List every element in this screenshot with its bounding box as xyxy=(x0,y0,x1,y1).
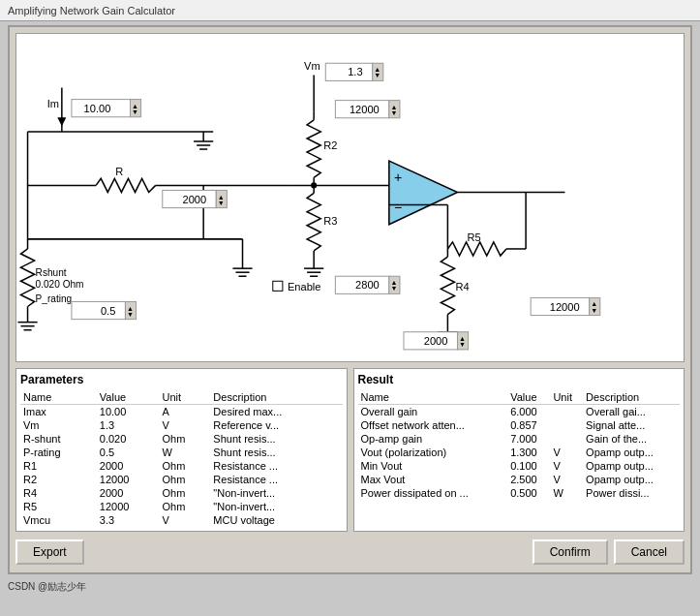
svg-text:1.3: 1.3 xyxy=(348,66,362,77)
svg-text:Enable: Enable xyxy=(288,281,321,293)
window-title: Amplifying Network Gain Calculator xyxy=(8,5,175,16)
parameters-title: Parameters xyxy=(20,373,343,386)
results-table: Name Value Unit Description Overall gain… xyxy=(358,390,681,500)
table-row: Min Vout0.100VOpamp outp... xyxy=(358,459,681,473)
parameters-table: Name Value Unit Description Imax10.00ADe… xyxy=(20,390,343,527)
table-row: Imax10.00ADesired max... xyxy=(20,405,343,419)
svg-text:0.5: 0.5 xyxy=(101,305,115,317)
circuit-area: Im R xyxy=(15,33,685,362)
svg-text:2000: 2000 xyxy=(424,335,448,347)
svg-text:R4: R4 xyxy=(455,281,469,293)
svg-text:2800: 2800 xyxy=(355,279,380,291)
table-row: Vmcu3.3VMCU voltage xyxy=(20,513,343,527)
export-button[interactable]: Export xyxy=(15,539,84,565)
table-row: R42000Ohm"Non-invert... xyxy=(20,486,343,500)
svg-text:−: − xyxy=(394,200,402,215)
result-col-name: Name xyxy=(358,390,508,405)
main-dialog: Im R xyxy=(8,25,692,574)
svg-text:▼: ▼ xyxy=(390,109,397,116)
svg-text:P_rating: P_rating xyxy=(36,293,73,304)
svg-text:▼: ▼ xyxy=(374,72,380,78)
table-row: P-rating0.5WShunt resis... xyxy=(20,446,343,459)
svg-text:▼: ▼ xyxy=(127,311,134,318)
confirm-cancel-group: Confirm Cancel xyxy=(533,539,685,565)
svg-text:▼: ▼ xyxy=(390,285,397,292)
footer-text: CSDN @励志少年 xyxy=(0,578,700,596)
title-bar: Amplifying Network Gain Calculator xyxy=(0,0,700,21)
svg-text:R: R xyxy=(115,166,123,177)
svg-text:2000: 2000 xyxy=(183,194,207,205)
bottom-bar: Export Confirm Cancel xyxy=(15,538,685,567)
table-row: Offset network atten...0.857Signal atte.… xyxy=(358,418,681,432)
svg-text:Vm: Vm xyxy=(304,60,320,72)
im-label: Im xyxy=(47,98,59,109)
param-col-desc: Description xyxy=(210,390,342,405)
svg-rect-69 xyxy=(72,301,125,319)
param-col-value: Value xyxy=(97,390,160,405)
svg-text:▼: ▼ xyxy=(459,341,466,348)
svg-text:12000: 12000 xyxy=(550,301,580,313)
result-col-unit: Unit xyxy=(550,390,583,405)
confirm-button[interactable]: Confirm xyxy=(533,539,608,565)
cancel-button[interactable]: Cancel xyxy=(614,539,685,565)
table-row: Op-amp gain7.000Gain of the... xyxy=(358,432,681,446)
svg-text:R3: R3 xyxy=(323,215,337,227)
tables-area: Parameters Name Value Unit Description I… xyxy=(15,368,685,532)
result-col-value: Value xyxy=(507,390,550,405)
table-row: R512000Ohm"Non-invert... xyxy=(20,500,343,513)
svg-text:▼: ▼ xyxy=(132,108,138,115)
svg-text:10.00: 10.00 xyxy=(84,103,111,114)
results-title: Result xyxy=(358,373,681,386)
parameters-panel: Parameters Name Value Unit Description I… xyxy=(15,368,348,532)
svg-text:▼: ▼ xyxy=(591,307,597,314)
svg-text:+: + xyxy=(394,169,402,185)
param-col-name: Name xyxy=(20,390,97,405)
result-col-desc: Description xyxy=(583,390,680,405)
svg-rect-52 xyxy=(273,281,283,291)
param-col-unit: Unit xyxy=(160,390,211,405)
table-row: R212000OhmResistance ... xyxy=(20,473,343,486)
table-row: Power dissipated on ...0.500WPower dissi… xyxy=(358,486,681,500)
table-row: Vout (polarization)1.300VOpamp outp... xyxy=(358,446,681,459)
results-panel: Result Name Value Unit Description Overa… xyxy=(353,368,685,532)
table-row: R12000OhmResistance ... xyxy=(20,459,343,473)
table-row: Max Vout2.500VOpamp outp... xyxy=(358,473,681,486)
svg-text:12000: 12000 xyxy=(350,104,380,115)
svg-text:R5: R5 xyxy=(468,231,481,243)
svg-text:R2: R2 xyxy=(323,139,337,151)
table-row: Overall gain6.000Overall gai... xyxy=(358,405,681,419)
svg-text:▼: ▼ xyxy=(218,200,225,206)
svg-text:0.020 Ohm: 0.020 Ohm xyxy=(36,279,84,290)
circuit-svg: Im R xyxy=(16,34,684,361)
table-row: Vm1.3VReference v... xyxy=(20,418,343,432)
svg-text:Rshunt: Rshunt xyxy=(36,267,67,278)
table-row: R-shunt0.020OhmShunt resis... xyxy=(20,432,343,446)
